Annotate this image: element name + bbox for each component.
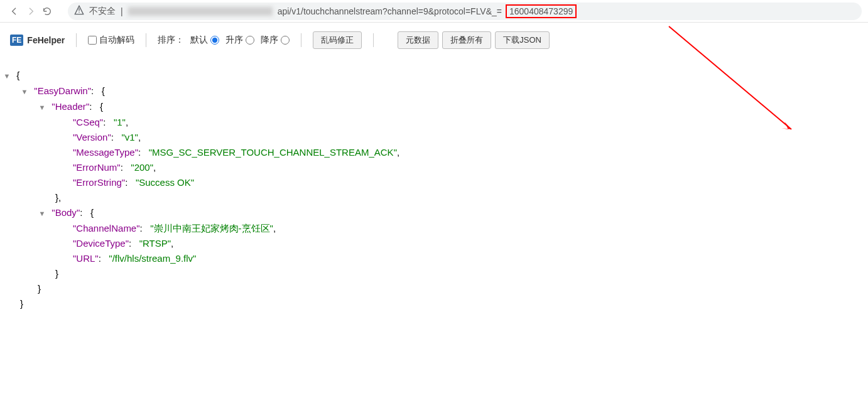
sort-asc-input[interactable] [246, 36, 254, 45]
toolbar-separator [301, 33, 301, 47]
json-key: ChannelName [76, 223, 136, 234]
json-value: v1 [125, 132, 135, 142]
collapse-all-button[interactable]: 折叠所有 [442, 31, 491, 49]
sort-default-label: 默认 [190, 35, 208, 46]
json-key: URL [76, 253, 95, 264]
url-highlight: 1600408473299 [506, 4, 577, 18]
toggle-icon[interactable]: ▼ [38, 100, 46, 115]
sort-desc-input[interactable] [281, 36, 290, 45]
auto-decode-input[interactable] [88, 36, 97, 45]
sort-group: 排序： 默认 升序 降序 [158, 35, 290, 46]
json-key: Version [76, 132, 107, 142]
toolbar-separator [373, 33, 374, 47]
fehelper-logo: FE FeHelper [10, 35, 65, 46]
fehelper-logobox: FE [10, 35, 23, 46]
sort-default-input[interactable] [210, 36, 219, 45]
reload-icon[interactable] [39, 3, 55, 19]
sort-desc-label: 降序 [261, 35, 278, 46]
fehelper-name: FeHelper [27, 35, 65, 45]
insecure-icon [74, 5, 84, 17]
url-visible: api/v1/touchchannelstream?channel=9&prot… [278, 6, 502, 16]
auto-decode-label: 自动解码 [99, 35, 134, 46]
fix-encoding-button[interactable]: 乱码修正 [313, 31, 362, 49]
json-value: 崇川中南王妃家烤肉-烹饪区 [154, 223, 270, 234]
json-value: MSG_SC_SERVER_TOUCH_CHANNEL_STREAM_ACK [152, 147, 394, 158]
metadata-button[interactable]: 元数据 [398, 31, 438, 49]
json-viewer: ▼ { ▼ "EasyDarwin": { ▼ "Header": { "CSe… [0, 58, 868, 321]
auto-decode-checkbox[interactable]: 自动解码 [88, 35, 134, 46]
download-json-button[interactable]: 下载JSON [495, 31, 550, 49]
json-value: RTSP [143, 238, 168, 249]
toggle-icon[interactable]: ▼ [20, 84, 29, 99]
json-key: CSeq [76, 117, 100, 127]
json-key: EasyDarwin [38, 85, 88, 96]
json-value: Success OK [139, 177, 191, 188]
toolbar-separator [76, 33, 77, 47]
toggle-icon[interactable]: ▼ [3, 68, 11, 83]
sort-desc-radio[interactable]: 降序 [261, 35, 290, 46]
forward-icon[interactable] [23, 3, 39, 19]
insecure-label: 不安全 [89, 6, 116, 17]
json-key: Header [55, 101, 86, 112]
sort-default-radio[interactable]: 默认 [190, 35, 219, 46]
url-redacted [128, 7, 273, 16]
json-value: 1 [117, 117, 122, 127]
json-value: 200 [134, 162, 150, 173]
sort-label: 排序： [158, 35, 184, 46]
json-key: DeviceType [76, 238, 125, 249]
url-divider: | [121, 6, 123, 16]
browser-address-bar: 不安全 | api/v1/touchchannelstream?channel=… [0, 0, 868, 23]
sort-asc-radio[interactable]: 升序 [225, 35, 254, 46]
json-key: MessageType [76, 147, 134, 158]
fehelper-toolbar: FE FeHelper 自动解码 排序： 默认 升序 降序 乱码修正 元数据 折… [0, 23, 868, 58]
json-value: /flv/hls/stream_9.flv [112, 253, 193, 264]
sort-asc-label: 升序 [225, 35, 243, 46]
action-buttons: 元数据 折叠所有 下载JSON [398, 31, 550, 49]
json-key: ErrorNum [76, 162, 117, 173]
toolbar-separator [146, 33, 146, 47]
json-key: ErrorString [76, 177, 122, 188]
json-key: Body [55, 207, 77, 218]
back-icon[interactable] [6, 3, 23, 19]
url-field[interactable]: 不安全 | api/v1/touchchannelstream?channel=… [68, 3, 862, 20]
toggle-icon[interactable]: ▼ [38, 206, 46, 221]
